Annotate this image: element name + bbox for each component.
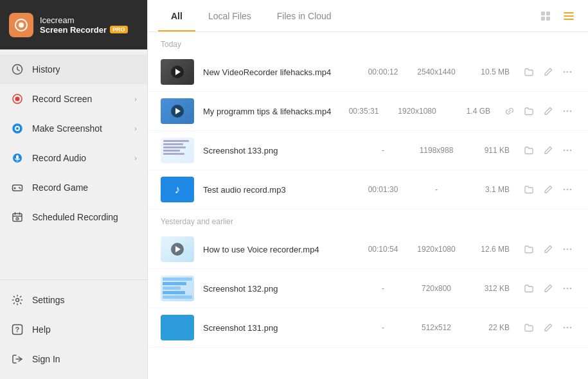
screenshot-icon: [10, 121, 24, 136]
scheduled-icon: [10, 210, 24, 224]
rename-icon[interactable]: [540, 242, 556, 257]
file-resolution: 1920x1080: [411, 245, 462, 254]
svg-point-36: [564, 110, 566, 112]
list-view-button[interactable]: [560, 7, 578, 25]
grid-view-button[interactable]: [537, 7, 555, 25]
help-icon: ?: [10, 322, 24, 337]
tabs-bar: All Local Files Files in Cloud: [148, 0, 588, 32]
file-size: 22 KB: [471, 323, 510, 332]
sidebar: Icecream Screen Recorder PRO History: [0, 0, 148, 379]
tab-all[interactable]: All: [158, 2, 195, 31]
file-duration: -: [364, 284, 402, 293]
view-toggle: [537, 7, 578, 25]
file-list: Today New VideoRecorder lifehacks.mp4 00…: [148, 32, 588, 379]
sidebar-item-record-game[interactable]: Record Game: [0, 173, 147, 202]
file-row[interactable]: New VideoRecorder lifehacks.mp4 00:00:12…: [148, 53, 588, 92]
svg-point-35: [570, 71, 572, 73]
sidebar-item-help[interactable]: ? Help: [0, 315, 147, 344]
sidebar-item-scheduled-label: Scheduled Recording: [32, 212, 118, 222]
file-thumbnail: [161, 59, 194, 85]
sign-in-label: Sign In: [32, 354, 60, 364]
file-row[interactable]: Screenshot 131.png - 512x512 22 KB: [148, 308, 588, 348]
file-row[interactable]: ♪ Test audio record.mp3 00:01:30 - 3.1 M…: [148, 170, 588, 209]
file-resolution: -: [411, 185, 462, 194]
file-row[interactable]: Screenshot 132.png - 720x800 312 KB: [148, 269, 588, 308]
file-thumbnail: [161, 315, 194, 340]
sidebar-item-record-audio[interactable]: Record Audio ›: [0, 143, 147, 173]
rename-icon[interactable]: [540, 143, 556, 158]
open-folder-icon[interactable]: [521, 242, 537, 257]
svg-point-45: [564, 249, 566, 251]
sign-in-icon: [10, 352, 24, 366]
app-header: Icecream Screen Recorder PRO: [0, 0, 147, 49]
svg-point-16: [20, 188, 21, 190]
main-content: All Local Files Files in Cloud: [148, 0, 588, 379]
file-resolution: 720x800: [411, 284, 462, 293]
sidebar-item-history[interactable]: History: [0, 55, 147, 84]
more-options-icon[interactable]: [560, 320, 575, 335]
file-name: How to use Voice recorder.mp4: [203, 245, 355, 254]
svg-point-51: [564, 327, 566, 329]
file-row[interactable]: Screenshot 133.png - 1198x988 911 KB: [148, 131, 588, 170]
file-actions: [502, 103, 575, 119]
record-screen-icon: [10, 92, 24, 106]
more-options-icon[interactable]: [560, 103, 575, 119]
sidebar-item-audio-label: Record Audio: [32, 153, 86, 163]
sidebar-item-settings[interactable]: Settings: [0, 285, 147, 315]
settings-icon: [10, 293, 24, 307]
rename-icon[interactable]: [540, 64, 556, 80]
file-actions: [521, 281, 575, 296]
svg-text:?: ?: [15, 326, 20, 333]
chevron-right-icon: ›: [134, 95, 137, 103]
open-folder-icon[interactable]: [521, 143, 537, 158]
more-options-icon[interactable]: [560, 281, 575, 296]
sidebar-item-make-screenshot[interactable]: Make Screenshot ›: [0, 114, 147, 143]
rename-icon[interactable]: [540, 320, 556, 335]
file-row[interactable]: How to use Voice recorder.mp4 00:10:54 1…: [148, 230, 588, 269]
sidebar-nav: History Record Screen ›: [0, 49, 147, 279]
file-resolution: 2540x1440: [411, 67, 462, 76]
open-folder-icon[interactable]: [521, 281, 537, 296]
more-options-icon[interactable]: [560, 143, 575, 158]
open-folder-icon[interactable]: [521, 103, 537, 119]
record-audio-icon: [10, 151, 24, 165]
sidebar-item-record-screen[interactable]: Record Screen ›: [0, 84, 147, 114]
svg-rect-29: [546, 17, 550, 21]
file-size: 10.5 MB: [471, 67, 510, 76]
file-duration: -: [364, 323, 402, 332]
more-options-icon[interactable]: [560, 182, 575, 197]
tab-local-files[interactable]: Local Files: [195, 2, 264, 31]
file-duration: 00:35:31: [345, 107, 382, 116]
rename-icon[interactable]: [540, 182, 556, 197]
file-name: Screenshot 131.png: [203, 323, 355, 333]
svg-point-38: [570, 110, 572, 112]
open-folder-icon[interactable]: [521, 320, 537, 335]
file-name: My programm tips & lifehacks.mp4: [203, 107, 336, 116]
file-resolution: 1198x988: [411, 146, 462, 155]
svg-point-41: [570, 150, 572, 152]
file-name: Screenshot 132.png: [203, 284, 355, 294]
file-duration: 00:01:30: [364, 185, 402, 194]
file-actions: [521, 143, 575, 158]
file-duration: -: [364, 146, 402, 155]
link-icon[interactable]: [502, 103, 517, 119]
more-options-icon[interactable]: [560, 64, 575, 80]
rename-icon[interactable]: [540, 103, 556, 119]
tab-files-in-cloud[interactable]: Files in Cloud: [264, 2, 344, 31]
open-folder-icon[interactable]: [521, 182, 537, 197]
settings-label: Settings: [32, 295, 65, 305]
svg-point-37: [567, 110, 569, 112]
file-thumbnail: [161, 276, 194, 301]
sidebar-item-scheduled[interactable]: Scheduled Recording: [0, 202, 147, 232]
file-duration: 00:10:54: [364, 245, 402, 254]
file-row[interactable]: My programm tips & lifehacks.mp4 00:35:3…: [148, 92, 588, 131]
svg-point-53: [570, 327, 572, 329]
file-name: New VideoRecorder lifehacks.mp4: [203, 67, 355, 77]
file-resolution: 1920x1080: [391, 107, 443, 116]
more-options-icon[interactable]: [560, 242, 575, 257]
rename-icon[interactable]: [540, 281, 556, 296]
svg-point-39: [564, 150, 566, 152]
sidebar-item-sign-in[interactable]: Sign In: [0, 344, 147, 374]
file-name: Test audio record.mp3: [203, 185, 355, 195]
open-folder-icon[interactable]: [521, 64, 537, 80]
